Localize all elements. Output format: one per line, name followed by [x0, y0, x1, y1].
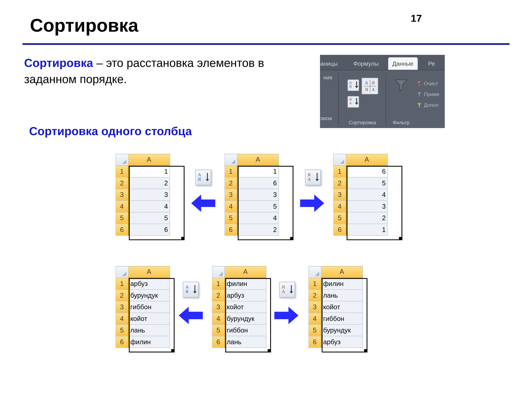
row-header[interactable]: 1 — [116, 278, 128, 290]
row-header[interactable]: 2 — [334, 177, 346, 189]
ribbon-tab-fragment[interactable]: страницы — [320, 57, 342, 70]
col-header-a[interactable]: A — [321, 266, 363, 278]
row-header[interactable]: 1 — [309, 278, 321, 290]
cell[interactable]: 3 — [346, 201, 388, 212]
sort-desc-button[interactable] — [305, 170, 321, 185]
row-header[interactable]: 6 — [334, 224, 346, 235]
ribbon-tab-formulas[interactable]: Формулы — [349, 57, 383, 70]
corner-cell[interactable] — [212, 266, 225, 278]
row-header[interactable]: 1 — [334, 165, 346, 177]
row-header[interactable]: 3 — [116, 301, 128, 313]
row-header[interactable]: 5 — [116, 212, 128, 224]
row-header[interactable]: 4 — [309, 313, 321, 324]
selection-handle[interactable] — [290, 237, 293, 240]
row-header[interactable]: 6 — [225, 224, 237, 235]
cell[interactable]: 5 — [128, 212, 170, 224]
corner-cell[interactable] — [225, 154, 237, 166]
cell[interactable]: гиббон — [225, 324, 266, 336]
selection-handle[interactable] — [399, 237, 402, 240]
ribbon-tab-fragment-right[interactable]: Ре — [424, 57, 439, 70]
sort-desc-button[interactable] — [348, 96, 359, 108]
cell[interactable]: койот — [321, 301, 363, 313]
cell[interactable]: 3 — [237, 189, 279, 201]
col-header-a[interactable]: A — [128, 154, 170, 166]
col-header-a[interactable]: A — [128, 266, 170, 278]
cell[interactable]: филин — [225, 278, 266, 290]
selection-handle[interactable] — [181, 237, 185, 240]
filter-reapply-button[interactable]: Приме — [416, 89, 445, 99]
corner-cell[interactable] — [116, 154, 128, 166]
col-header-a[interactable]: A — [225, 266, 266, 278]
row-header[interactable]: 2 — [116, 177, 128, 189]
cell[interactable]: 6 — [346, 165, 388, 177]
cell[interactable]: лань — [128, 324, 170, 336]
col-header-a[interactable]: A — [237, 154, 279, 166]
row-header[interactable]: 6 — [116, 224, 128, 235]
row-header[interactable]: 4 — [212, 313, 225, 324]
row-header[interactable]: 6 — [116, 336, 128, 348]
cell[interactable]: 1 — [128, 165, 170, 177]
row-header[interactable]: 6 — [309, 336, 321, 348]
row-header[interactable]: 1 — [116, 165, 128, 177]
cell[interactable]: лань — [321, 290, 363, 301]
row-header[interactable]: 5 — [116, 324, 128, 336]
filter-icon[interactable] — [394, 78, 408, 92]
cell[interactable]: койот — [225, 301, 266, 313]
row-header[interactable]: 6 — [212, 336, 225, 348]
cell[interactable]: 5 — [346, 177, 388, 189]
cell[interactable]: 5 — [237, 201, 279, 212]
row-header[interactable]: 5 — [225, 212, 237, 224]
cell[interactable]: 2 — [346, 212, 388, 224]
row-header[interactable]: 1 — [212, 278, 225, 290]
cell[interactable]: бурундук — [225, 313, 266, 324]
cell[interactable]: бурундук — [128, 290, 170, 301]
row-header[interactable]: 3 — [309, 301, 321, 313]
cell[interactable]: филин — [321, 278, 363, 290]
cell[interactable]: гиббон — [128, 301, 170, 313]
sort-dialog-button[interactable]: АЯЯА — [362, 78, 378, 94]
cell[interactable]: бурундук — [321, 324, 363, 336]
row-header[interactable]: 2 — [309, 290, 321, 301]
cell[interactable]: 4 — [237, 212, 279, 224]
ribbon-tab-data[interactable]: Данные — [388, 57, 418, 70]
row-header[interactable]: 4 — [334, 201, 346, 212]
cell[interactable]: арбуз — [128, 278, 170, 290]
row-header[interactable]: 5 — [309, 324, 321, 336]
row-header[interactable]: 4 — [116, 201, 128, 212]
sort-desc-button[interactable] — [279, 282, 295, 298]
corner-cell[interactable] — [116, 266, 128, 278]
row-header[interactable]: 5 — [212, 324, 225, 336]
cell[interactable]: 6 — [237, 177, 279, 189]
cell[interactable]: 6 — [128, 224, 170, 235]
cell[interactable]: 1 — [237, 165, 279, 177]
corner-cell[interactable] — [334, 154, 346, 166]
row-header[interactable]: 3 — [334, 189, 346, 201]
cell[interactable]: 4 — [128, 201, 170, 212]
row-header[interactable]: 1 — [225, 165, 237, 177]
cell[interactable]: 2 — [237, 224, 279, 235]
cell[interactable]: лань — [225, 336, 266, 348]
filter-advanced-button[interactable]: Допол — [416, 100, 445, 110]
filter-clear-button[interactable]: Очист — [416, 79, 445, 89]
sort-asc-button[interactable] — [348, 79, 359, 91]
cell[interactable]: арбуз — [321, 336, 363, 348]
sort-asc-button[interactable] — [183, 282, 199, 298]
row-header[interactable]: 2 — [212, 290, 225, 301]
cell[interactable]: койот — [128, 313, 170, 324]
cell[interactable]: 2 — [128, 177, 170, 189]
col-header-a[interactable]: A — [346, 154, 388, 166]
cell[interactable]: 3 — [128, 189, 170, 201]
row-header[interactable]: 2 — [225, 177, 237, 189]
selection-handle[interactable] — [171, 349, 175, 352]
cell[interactable]: арбуз — [225, 290, 266, 301]
cell[interactable]: 4 — [346, 189, 388, 201]
corner-cell[interactable] — [309, 266, 321, 278]
selection-handle[interactable] — [268, 349, 271, 352]
row-header[interactable]: 5 — [334, 212, 346, 224]
cell[interactable]: гиббон — [321, 313, 363, 324]
cell[interactable]: филин — [128, 336, 170, 348]
sort-asc-button[interactable] — [195, 170, 211, 185]
row-header[interactable]: 3 — [116, 189, 128, 201]
selection-handle[interactable] — [364, 349, 367, 352]
cell[interactable]: 1 — [346, 224, 388, 235]
